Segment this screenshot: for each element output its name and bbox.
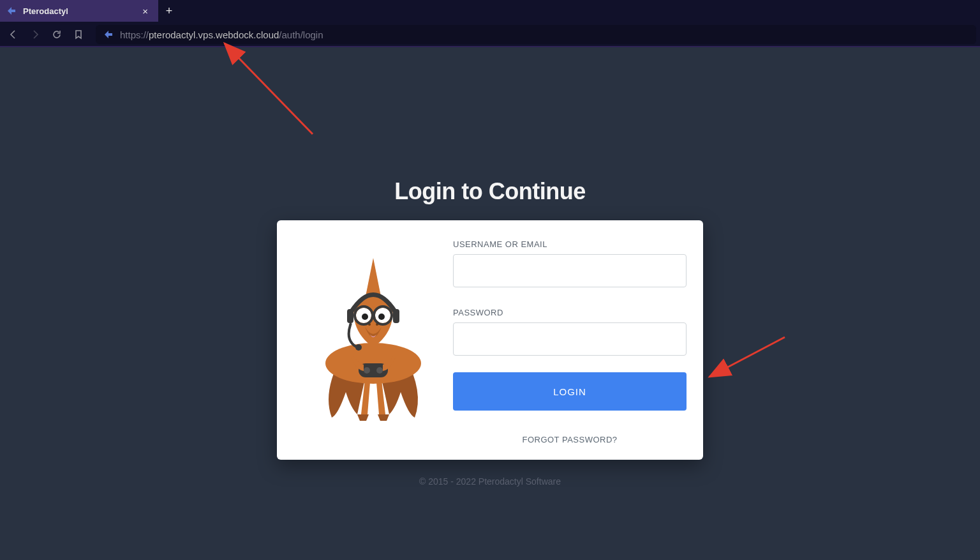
tab-strip: Pterodactyl × + — [0, 0, 980, 22]
page-title: Login to Continue — [394, 178, 585, 205]
pterodactyl-mascot-icon — [319, 252, 427, 433]
svg-point-13 — [364, 367, 370, 374]
url-host: pterodactyl.vps.webdock.cloud — [149, 29, 279, 40]
password-label: PASSWORD — [453, 308, 687, 317]
url-text: https://pterodactyl.vps.webdock.cloud/au… — [120, 29, 323, 40]
username-input[interactable] — [453, 254, 687, 287]
copyright-footer: © 2015 - 2022 Pterodactyl Software — [419, 476, 561, 487]
login-form: USERNAME OR EMAIL PASSWORD LOGIN FORGOT … — [453, 239, 687, 444]
new-tab-button[interactable]: + — [158, 0, 180, 22]
tab-title: Pterodactyl — [23, 6, 133, 16]
mascot-panel — [293, 239, 453, 444]
login-card: USERNAME OR EMAIL PASSWORD LOGIN FORGOT … — [277, 220, 703, 460]
tab-close-icon[interactable]: × — [140, 5, 151, 17]
url-bar[interactable]: https://pterodactyl.vps.webdock.cloud/au… — [96, 25, 976, 44]
svg-point-5 — [362, 314, 368, 320]
svg-point-6 — [378, 314, 385, 320]
login-button[interactable]: LOGIN — [453, 372, 687, 411]
url-path: /auth/login — [279, 29, 323, 40]
bookmark-button[interactable] — [69, 25, 88, 44]
nav-reload-button[interactable] — [47, 25, 66, 44]
chevron-left-icon — [8, 29, 19, 40]
nav-back-button[interactable] — [4, 25, 23, 44]
url-protocol: https:// — [120, 29, 149, 40]
password-input[interactable] — [453, 322, 687, 356]
nav-row: https://pterodactyl.vps.webdock.cloud/au… — [0, 22, 980, 47]
username-label: USERNAME OR EMAIL — [453, 239, 687, 249]
svg-rect-10 — [393, 309, 399, 323]
chevron-right-icon — [30, 29, 40, 40]
browser-chrome: Pterodactyl × + https://pterodactyl.vps.… — [0, 0, 980, 47]
browser-tab-active[interactable]: Pterodactyl × — [0, 0, 158, 22]
nav-forward-button[interactable] — [26, 25, 45, 44]
bookmark-icon — [73, 29, 84, 40]
tab-favicon-icon — [6, 6, 17, 16]
plus-icon: + — [166, 4, 173, 18]
login-page: Login to Continue — [0, 47, 980, 487]
reload-icon — [52, 29, 62, 40]
svg-point-11 — [355, 344, 362, 351]
forgot-password-link[interactable]: FORGOT PASSWORD? — [453, 435, 687, 444]
site-favicon-icon — [103, 29, 114, 40]
svg-point-14 — [376, 367, 383, 374]
svg-rect-9 — [347, 309, 353, 323]
